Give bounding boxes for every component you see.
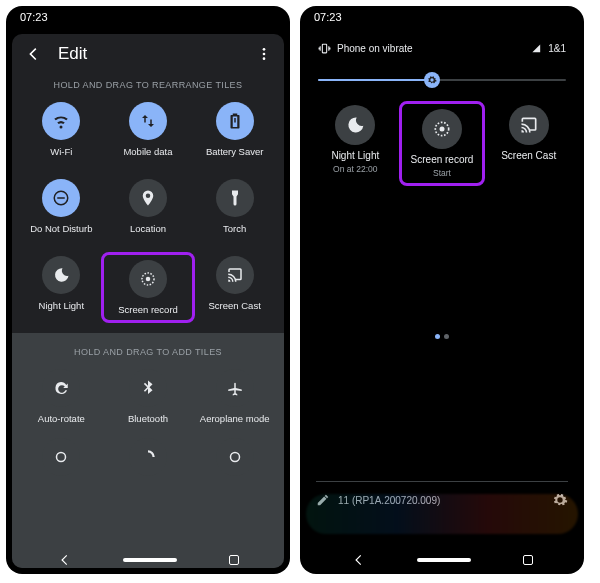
record-icon[interactable] — [129, 260, 167, 298]
svg-point-9 — [57, 453, 66, 462]
dnd-icon[interactable] — [42, 179, 80, 217]
tile-do-not-disturb[interactable]: Do Not Disturb — [18, 179, 105, 234]
tile-label: Do Not Disturb — [30, 223, 92, 234]
moon-icon[interactable] — [335, 105, 375, 145]
swap-icon[interactable] — [129, 102, 167, 140]
edit-header: Edit — [12, 34, 284, 70]
nav-home-pill[interactable] — [123, 558, 177, 562]
android-navbar — [300, 546, 584, 574]
android-navbar — [6, 546, 290, 574]
tile-label: Torch — [223, 223, 246, 234]
tile-bluetooth[interactable]: Bluetooth — [105, 369, 192, 424]
add-tiles-section: HOLD AND DRAG TO ADD TILES Auto-rotateBl… — [12, 333, 284, 568]
home-dock-blur — [306, 494, 578, 534]
tile-peek[interactable] — [129, 438, 167, 476]
cast-icon[interactable] — [216, 256, 254, 294]
clock: 07:23 — [314, 11, 342, 23]
qs-status-row: Phone on vibrate 1&1 — [306, 34, 578, 63]
tile-label: Night Light — [331, 150, 379, 161]
tile-wi-fi[interactable]: Wi-Fi — [18, 102, 105, 157]
phone-right: 07:23 Phone on vibrate 1&1 Night LightOn… — [300, 6, 584, 574]
bluetooth-icon[interactable] — [129, 369, 167, 407]
signal-icon — [531, 43, 542, 54]
vibrate-text: Phone on vibrate — [337, 43, 413, 54]
nav-recents-icon[interactable] — [523, 555, 533, 565]
active-tiles-grid: Wi-FiMobile dataBattery SaverDo Not Dist… — [12, 98, 284, 333]
qs-tile-screen-cast[interactable]: Screen Cast — [489, 105, 568, 182]
vibrate-icon — [318, 42, 331, 55]
rotate-icon[interactable] — [42, 369, 80, 407]
tile-label: Bluetooth — [128, 413, 168, 424]
tile-night-light[interactable]: Night Light — [18, 256, 105, 319]
tile-label: Screen Cast — [501, 150, 556, 161]
quick-settings-edit-panel: Edit HOLD AND DRAG TO REARRANGE TILES Wi… — [12, 34, 284, 568]
phone-left: 07:23 Edit HOLD AND DRAG TO REARRANGE TI… — [6, 6, 290, 574]
tile-label: Screen record — [118, 304, 178, 315]
tile-label: Aeroplane mode — [200, 413, 270, 424]
tile-label: Battery Saver — [206, 146, 264, 157]
tile-label: Screen Cast — [209, 300, 261, 311]
more-icon[interactable] — [256, 46, 272, 62]
clock: 07:23 — [20, 11, 48, 23]
page-title: Edit — [58, 44, 256, 64]
nav-recents-icon[interactable] — [229, 555, 239, 565]
tile-label: Mobile data — [123, 146, 172, 157]
tile-label: Wi-Fi — [50, 146, 72, 157]
nav-back-icon[interactable] — [352, 553, 366, 567]
tile-aeroplane-mode[interactable]: Aeroplane mode — [191, 369, 278, 424]
tile-location[interactable]: Location — [105, 179, 192, 234]
qs-tile-screen-record[interactable]: Screen recordStart — [403, 105, 482, 182]
tile-mobile-data[interactable]: Mobile data — [105, 102, 192, 157]
torch-icon[interactable] — [216, 179, 254, 217]
tile-sublabel: Start — [433, 168, 451, 178]
qs-tiles-grid: Night LightOn at 22:00Screen recordStart… — [306, 101, 578, 198]
brightness-slider[interactable] — [318, 69, 566, 91]
tile-battery-saver[interactable]: Battery Saver — [191, 102, 278, 157]
statusbar-right: 07:23 — [300, 6, 584, 28]
hint-active: HOLD AND DRAG TO REARRANGE TILES — [12, 70, 284, 98]
tile-peek[interactable] — [216, 438, 254, 476]
tile-sublabel: On at 22:00 — [333, 164, 377, 174]
tile-screen-record[interactable]: Screen record — [105, 256, 192, 319]
tile-torch[interactable]: Torch — [191, 179, 278, 234]
tile-label: Night Light — [39, 300, 84, 311]
tile-peek[interactable] — [42, 438, 80, 476]
cast-icon[interactable] — [509, 105, 549, 145]
page-indicator — [306, 334, 578, 339]
moon-icon[interactable] — [42, 256, 80, 294]
statusbar-left: 07:23 — [6, 6, 290, 28]
brightness-thumb[interactable] — [424, 72, 440, 88]
wifi-icon[interactable] — [42, 102, 80, 140]
network-label: 1&1 — [548, 43, 566, 54]
airplane-icon[interactable] — [216, 369, 254, 407]
battery-icon[interactable] — [216, 102, 254, 140]
tile-screen-cast[interactable]: Screen Cast — [191, 256, 278, 319]
quick-settings-panel: Phone on vibrate 1&1 Night LightOn at 22… — [306, 34, 578, 514]
tile-label: Location — [130, 223, 166, 234]
nav-back-icon[interactable] — [58, 553, 72, 567]
tile-label: Auto-rotate — [38, 413, 85, 424]
nav-home-pill[interactable] — [417, 558, 471, 562]
tile-auto-rotate[interactable]: Auto-rotate — [18, 369, 105, 424]
back-icon[interactable] — [24, 45, 42, 63]
hint-add: HOLD AND DRAG TO ADD TILES — [12, 333, 284, 365]
qs-tile-night-light[interactable]: Night LightOn at 22:00 — [316, 105, 395, 182]
tile-label: Screen record — [411, 154, 474, 165]
record-icon[interactable] — [422, 109, 462, 149]
location-icon[interactable] — [129, 179, 167, 217]
add-tiles-grid: Auto-rotateBluetoothAeroplane mode — [12, 365, 284, 438]
